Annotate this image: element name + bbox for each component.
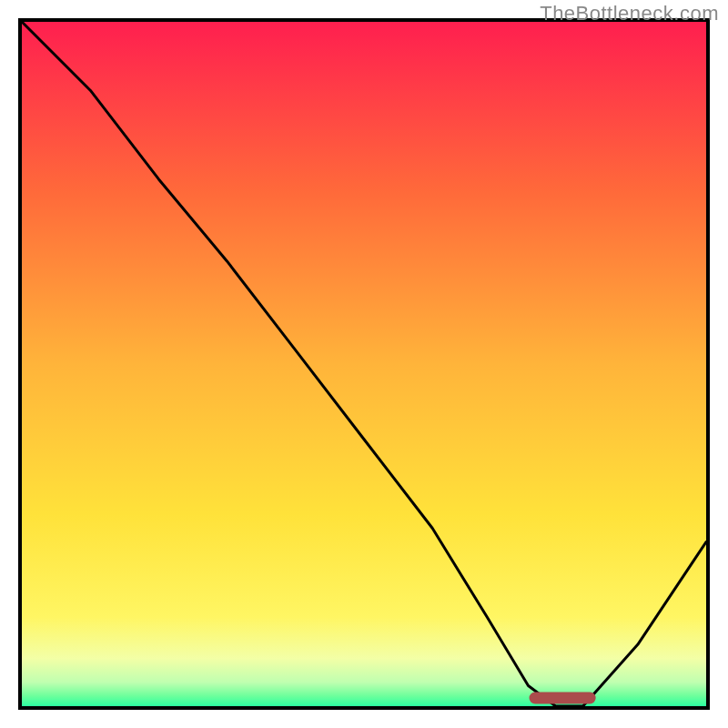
plot-frame — [18, 18, 710, 710]
plot-background — [22, 22, 706, 706]
watermark-text: TheBottleneck.com — [540, 2, 719, 25]
plot-svg — [22, 22, 706, 706]
chart-container: TheBottleneck.com — [0, 0, 728, 728]
